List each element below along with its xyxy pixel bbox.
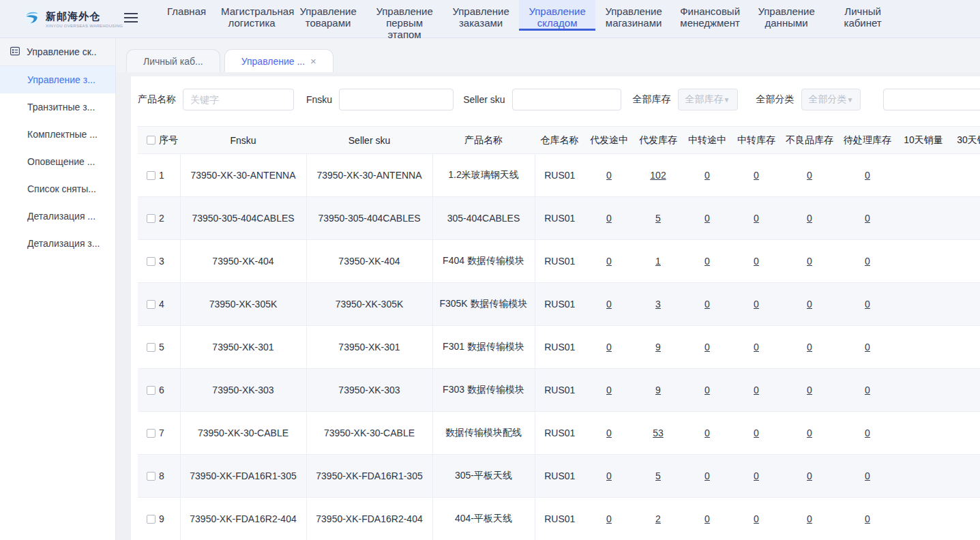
stock-cell: 0 xyxy=(683,455,732,498)
brand-logo-icon xyxy=(23,8,41,29)
category-select[interactable]: 全部分类 ▼ xyxy=(801,89,861,110)
stock-link[interactable]: 0 xyxy=(704,213,710,224)
stock-link[interactable]: 0 xyxy=(754,256,759,267)
nav-item[interactable]: Управление первым этапом xyxy=(366,0,443,31)
sidebar-item[interactable]: Оповещение ... xyxy=(0,148,115,175)
row-index: 1 xyxy=(159,170,164,181)
stock-link[interactable]: 53 xyxy=(653,427,664,438)
view-tab[interactable]: Личный каб... xyxy=(126,49,220,72)
seller-sku-input[interactable] xyxy=(512,89,621,110)
fnsku-input[interactable] xyxy=(339,89,454,110)
stock-link[interactable]: 0 xyxy=(606,513,612,524)
stock-link[interactable]: 0 xyxy=(754,513,759,524)
stock-link[interactable]: 0 xyxy=(865,427,870,438)
stock-link[interactable]: 102 xyxy=(650,170,666,181)
stock-link[interactable]: 0 xyxy=(704,342,710,352)
nav-item[interactable]: Магистральная логистика xyxy=(213,0,290,31)
sidebar-item[interactable]: Транзитные з... xyxy=(0,93,115,121)
stock-link[interactable]: 0 xyxy=(606,470,612,481)
stock-link[interactable]: 0 xyxy=(807,513,812,524)
row-checkbox[interactable] xyxy=(147,472,155,481)
stock-link[interactable]: 0 xyxy=(807,427,812,438)
row-checkbox[interactable] xyxy=(147,300,155,309)
sidebar-item[interactable]: Детализация з... xyxy=(0,230,115,257)
stock-link[interactable]: 0 xyxy=(807,213,812,224)
stock-link[interactable]: 3 xyxy=(655,299,661,310)
nav-item[interactable]: Управление товарами xyxy=(290,0,366,31)
view-tab[interactable]: Управление ...× xyxy=(224,49,333,72)
stock-link[interactable]: 0 xyxy=(704,170,710,181)
row-checkbox[interactable] xyxy=(147,343,155,352)
nav-item[interactable]: Управление заказами xyxy=(443,0,519,31)
row-checkbox[interactable] xyxy=(147,214,155,223)
stock-link[interactable]: 0 xyxy=(606,170,612,181)
row-checkbox[interactable] xyxy=(147,515,155,524)
stock-select[interactable]: 全部库存 ▼ xyxy=(678,89,738,110)
sidebar-item[interactable]: Комплектные ... xyxy=(0,121,115,148)
stock-link[interactable]: 5 xyxy=(655,470,661,481)
stock-link[interactable]: 2 xyxy=(655,513,661,524)
stock-link[interactable]: 0 xyxy=(807,170,812,181)
nav-item[interactable]: Управление магазинами xyxy=(595,0,672,31)
stock-link[interactable]: 0 xyxy=(807,385,812,395)
stock-link[interactable]: 0 xyxy=(704,427,710,438)
stock-link[interactable]: 0 xyxy=(754,299,759,310)
stock-link[interactable]: 0 xyxy=(865,470,870,481)
extra-filter-input[interactable] xyxy=(883,89,980,110)
filter-bar: 产品名称 Fnsku Seller sku 全部库存 全部库存 ▼ 全部分类 全… xyxy=(138,89,980,110)
stock-link[interactable]: 0 xyxy=(606,342,612,352)
stock-link[interactable]: 0 xyxy=(606,299,612,310)
close-icon[interactable]: × xyxy=(310,56,316,66)
row-checkbox[interactable] xyxy=(147,171,155,180)
stock-link[interactable]: 5 xyxy=(655,213,661,224)
menu-collapse-icon[interactable] xyxy=(124,13,138,38)
sidebar-item[interactable]: Управление з... xyxy=(0,66,115,93)
stock-link[interactable]: 0 xyxy=(754,385,759,395)
nav-item[interactable]: Управление данными xyxy=(748,0,825,31)
stock-link[interactable]: 0 xyxy=(865,256,870,267)
stock-link[interactable]: 0 xyxy=(704,385,710,395)
stock-link[interactable]: 0 xyxy=(754,170,759,181)
stock-link[interactable]: 0 xyxy=(807,342,812,352)
column-header: Seller sku xyxy=(306,127,432,154)
nav-item[interactable]: Главная xyxy=(160,0,213,31)
stock-link[interactable]: 0 xyxy=(606,427,612,438)
nav-item[interactable]: Управление складом xyxy=(519,0,595,31)
stock-cell: 102 xyxy=(634,154,683,197)
stock-link[interactable]: 0 xyxy=(865,385,870,395)
row-checkbox[interactable] xyxy=(147,386,155,395)
sidebar-header[interactable]: Управление ск.. xyxy=(0,38,115,66)
nav-item[interactable]: Финансовый менеджмент xyxy=(672,0,748,31)
stock-link[interactable]: 0 xyxy=(865,342,870,352)
stock-cell: 0 xyxy=(838,412,897,455)
stock-link[interactable]: 0 xyxy=(704,299,710,310)
product-name-input[interactable] xyxy=(183,89,294,110)
stock-link[interactable]: 0 xyxy=(704,256,710,267)
stock-link[interactable]: 1 xyxy=(655,256,661,267)
stock-link[interactable]: 0 xyxy=(754,427,759,438)
stock-link[interactable]: 0 xyxy=(865,213,870,224)
select-all-checkbox[interactable] xyxy=(147,136,155,145)
sidebar-item[interactable]: Список сняты... xyxy=(0,175,115,202)
row-checkbox[interactable] xyxy=(147,257,155,266)
sidebar-item[interactable]: Детализация ... xyxy=(0,202,115,230)
stock-link[interactable]: 0 xyxy=(807,470,812,481)
nav-item[interactable]: Личный кабинет xyxy=(825,0,901,31)
stock-link[interactable]: 9 xyxy=(655,385,661,395)
stock-link[interactable]: 0 xyxy=(865,299,870,310)
stock-link[interactable]: 0 xyxy=(865,170,870,181)
stock-link[interactable]: 0 xyxy=(754,213,759,224)
stock-link[interactable]: 0 xyxy=(606,385,612,395)
stock-link[interactable]: 0 xyxy=(704,470,710,481)
stock-link[interactable]: 0 xyxy=(704,513,710,524)
stock-link[interactable]: 9 xyxy=(655,342,661,352)
stock-link[interactable]: 0 xyxy=(807,256,812,267)
stock-link[interactable]: 0 xyxy=(754,342,759,352)
stock-link[interactable]: 0 xyxy=(754,470,759,481)
row-checkbox[interactable] xyxy=(147,429,155,438)
stock-link[interactable]: 0 xyxy=(807,299,812,310)
stock-link[interactable]: 0 xyxy=(606,256,612,267)
fnsku-label: Fnsku xyxy=(306,94,332,105)
stock-link[interactable]: 0 xyxy=(865,513,870,524)
stock-link[interactable]: 0 xyxy=(606,213,612,224)
